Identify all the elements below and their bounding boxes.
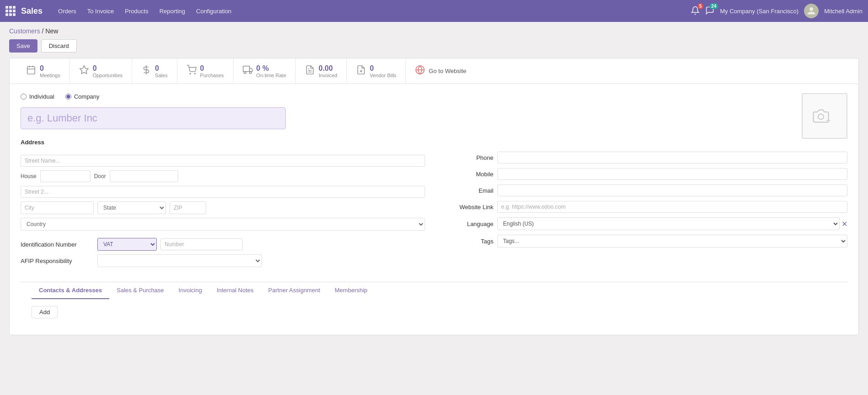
identification-row: Identification Number VAT CUIT CUIL CDI …	[21, 238, 425, 251]
svg-rect-8	[243, 66, 250, 72]
tab-membership[interactable]: Membership	[327, 282, 375, 299]
address-title: Address	[21, 139, 44, 146]
messages-button[interactable]: 24	[705, 6, 714, 16]
house-label: House	[21, 170, 37, 182]
smart-btn-opportunities[interactable]: 0 Opportunities	[70, 58, 132, 84]
cart-icon	[186, 65, 197, 77]
company-selector[interactable]: My Company (San Francisco)	[720, 8, 799, 15]
form-body: Individual Company	[10, 84, 858, 326]
topnav-menu: Orders To Invoice Products Reporting Con…	[53, 5, 687, 17]
menu-reporting[interactable]: Reporting	[155, 5, 190, 17]
topnav: Sales Orders To Invoice Products Reporti…	[0, 0, 868, 22]
svg-marker-9	[249, 68, 252, 71]
id-type-select[interactable]: VAT CUIT CUIL CDI DNI PASSPORT	[97, 238, 157, 251]
street-input[interactable]	[21, 155, 425, 167]
phone-input[interactable]	[497, 152, 848, 163]
radio-company[interactable]: Company	[65, 93, 100, 100]
invoice-icon	[305, 65, 315, 77]
website-label: Website Link	[443, 204, 494, 211]
email-input[interactable]	[497, 184, 848, 196]
menu-configuration[interactable]: Configuration	[192, 5, 236, 17]
bill-icon	[356, 65, 366, 77]
phone-row: Phone	[443, 152, 848, 163]
smart-btn-purchases[interactable]: 0 Purchases	[177, 58, 234, 84]
globe-icon	[415, 65, 425, 77]
tags-select[interactable]: Tags...	[497, 235, 848, 248]
smart-btn-ontime[interactable]: 0 % On-time Rate	[234, 58, 296, 84]
menu-to-invoice[interactable]: To Invoice	[83, 5, 119, 17]
left-column: Address House Door	[21, 139, 425, 271]
menu-products[interactable]: Products	[120, 5, 153, 17]
breadcrumb-current: New	[45, 27, 58, 35]
add-button[interactable]: Add	[32, 306, 58, 318]
radio-individual[interactable]: Individual	[21, 93, 54, 100]
tabs-bar: Contacts & Addresses Sales & Purchase In…	[21, 282, 847, 299]
form-grid: Address House Door	[21, 139, 847, 271]
afip-label: AFIP Responsibility	[21, 258, 94, 264]
id-number-label: Identification Number	[21, 241, 94, 248]
breadcrumb-parent[interactable]: Customers	[9, 27, 40, 35]
svg-point-7	[194, 73, 195, 74]
house-door-row: House Door	[21, 170, 425, 182]
svg-rect-0	[27, 67, 35, 74]
svg-point-10	[244, 72, 246, 74]
website-input[interactable]	[497, 201, 848, 213]
tab-internal-notes[interactable]: Internal Notes	[209, 282, 261, 299]
door-label: Door	[94, 170, 106, 182]
notifications-button[interactable]: 5	[691, 6, 700, 16]
smart-btn-meetings[interactable]: 0 Meetings	[17, 58, 70, 84]
email-row: Email	[443, 184, 848, 196]
street2-input[interactable]	[21, 186, 425, 198]
svg-point-11	[249, 72, 251, 74]
street2-row	[21, 186, 425, 198]
country-select[interactable]: Country	[21, 218, 425, 231]
tab-invoicing[interactable]: Invoicing	[171, 282, 209, 299]
company-name-input[interactable]	[21, 107, 286, 129]
svg-point-18	[818, 114, 824, 120]
mobile-input[interactable]	[497, 168, 848, 180]
tab-partner-assignment[interactable]: Partner Assignment	[261, 282, 327, 299]
city-state-zip-row: State	[21, 201, 425, 214]
smart-btn-sales[interactable]: 0 Sales	[132, 58, 177, 84]
tab-sales-purchase[interactable]: Sales & Purchase	[109, 282, 171, 299]
avatar[interactable]	[804, 4, 819, 18]
state-select[interactable]: State	[97, 201, 166, 214]
smart-buttons-bar: 0 Meetings 0 Opportunities 0 Sales	[10, 58, 858, 84]
svg-marker-4	[80, 66, 88, 74]
notifications-badge: 5	[698, 3, 704, 9]
tab-contacts-addresses[interactable]: Contacts & Addresses	[32, 282, 109, 299]
smart-btn-invoiced[interactable]: 0.00 Invoiced	[296, 58, 347, 84]
discard-button[interactable]: Discard	[41, 39, 77, 53]
topnav-right: 5 24 My Company (San Francisco) Mitchell…	[691, 4, 863, 18]
save-button[interactable]: Save	[9, 39, 37, 53]
language-row: Language English (US) Spanish French Ger…	[443, 217, 848, 230]
username[interactable]: Mitchell Admin	[824, 8, 863, 15]
id-number-input[interactable]	[160, 238, 243, 250]
house-input[interactable]	[40, 170, 91, 182]
smart-btn-goto-website[interactable]: Go to Website	[406, 58, 475, 84]
language-select[interactable]: English (US) Spanish French German	[497, 217, 840, 230]
svg-point-6	[190, 73, 191, 74]
afip-row: AFIP Responsibility	[21, 254, 425, 267]
website-row: Website Link	[443, 201, 848, 213]
street-row	[21, 155, 425, 167]
action-bar: Save Discard	[0, 37, 868, 58]
email-label: Email	[443, 187, 494, 194]
grid-icon[interactable]	[5, 6, 16, 16]
breadcrumb: Customers / New	[0, 22, 868, 37]
city-input[interactable]	[21, 201, 94, 214]
door-input[interactable]	[110, 170, 178, 182]
language-clear-button[interactable]: ✕	[841, 220, 847, 228]
smart-btn-vendor-bills[interactable]: 0 Vendor Bills	[347, 58, 406, 84]
dollar-icon	[141, 65, 151, 77]
star-icon	[79, 65, 89, 77]
afip-select[interactable]	[97, 254, 262, 267]
calendar-icon	[26, 65, 36, 77]
language-label: Language	[443, 221, 494, 227]
app-name[interactable]: Sales	[21, 6, 43, 16]
photo-upload[interactable]	[802, 93, 847, 139]
language-wrap: English (US) Spanish French German ✕	[497, 217, 848, 230]
tags-label: Tags	[443, 238, 494, 245]
menu-orders[interactable]: Orders	[53, 5, 81, 17]
zip-input[interactable]	[170, 201, 206, 214]
